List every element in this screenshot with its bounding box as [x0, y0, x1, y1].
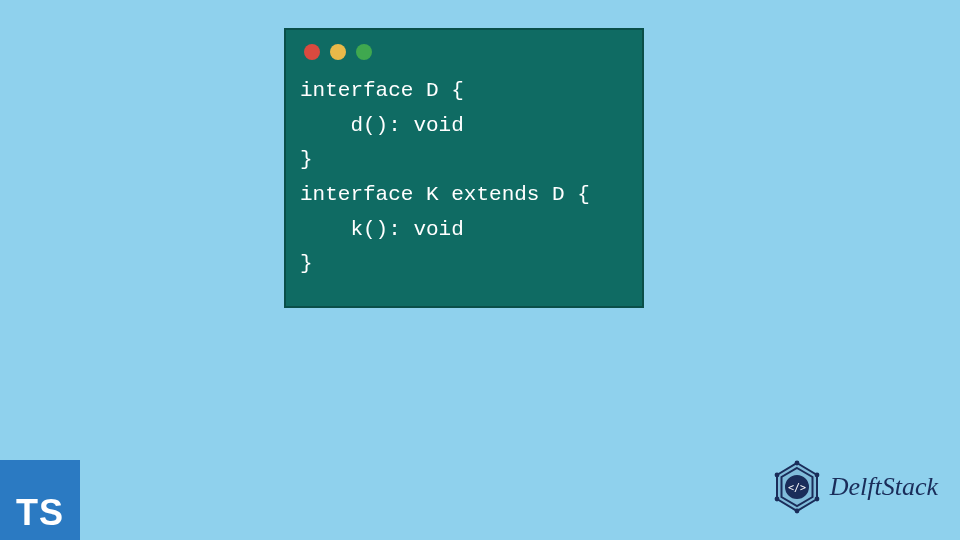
minimize-icon	[330, 44, 346, 60]
brand-logo: </> DelftStack	[770, 460, 938, 514]
brand-name: DelftStack	[830, 472, 938, 502]
typescript-badge: TS	[0, 460, 80, 540]
typescript-badge-label: TS	[16, 492, 64, 534]
svg-text:</>: </>	[788, 482, 806, 493]
delftstack-icon: </>	[770, 460, 824, 514]
code-block: interface D { d(): void } interface K ex…	[286, 70, 642, 288]
svg-point-10	[774, 473, 779, 478]
maximize-icon	[356, 44, 372, 60]
svg-point-7	[814, 497, 819, 502]
code-window: interface D { d(): void } interface K ex…	[284, 28, 644, 308]
svg-point-9	[774, 497, 779, 502]
window-traffic-lights	[286, 30, 642, 70]
svg-point-8	[794, 509, 799, 514]
close-icon	[304, 44, 320, 60]
svg-point-5	[794, 461, 799, 466]
svg-point-6	[814, 473, 819, 478]
